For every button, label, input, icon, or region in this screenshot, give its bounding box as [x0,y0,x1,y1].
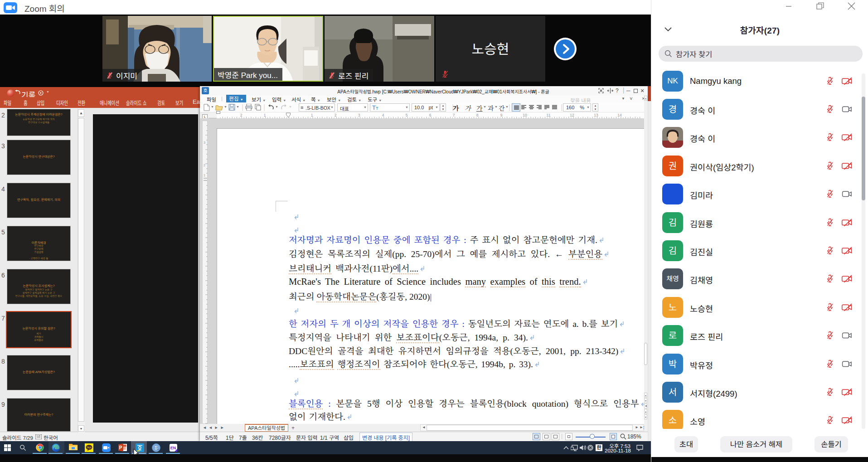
svg-text:TALK: TALK [87,447,92,449]
svg-text:+: + [157,448,159,451]
svg-text:P: P [119,445,122,450]
svg-text:EN: EN [170,446,176,450]
